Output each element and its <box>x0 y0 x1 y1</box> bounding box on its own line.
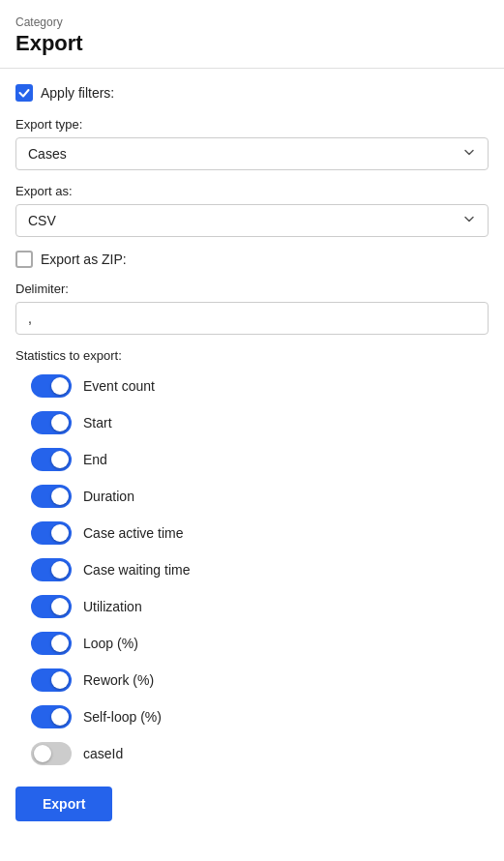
stat-name-3: Duration <box>83 489 134 504</box>
stat-rows-container: Event countStartEndDurationCase active t… <box>15 374 489 765</box>
stat-name-7: Loop (%) <box>83 636 138 651</box>
export-as-group: Export as: CSV XLSX JSON <box>15 184 489 237</box>
delimiter-group: Delimiter: <box>15 282 489 335</box>
stat-row: Self-loop (%) <box>15 705 489 728</box>
stat-toggle-7[interactable] <box>31 632 72 655</box>
export-as-label: Export as: <box>15 184 489 198</box>
stat-name-4: Case active time <box>83 525 183 541</box>
export-zip-label: Export as ZIP: <box>41 252 127 267</box>
stat-toggle-8[interactable] <box>31 668 72 692</box>
export-type-select[interactable]: Cases Events Activities <box>15 137 489 170</box>
export-as-wrapper: CSV XLSX JSON <box>15 204 489 237</box>
stat-row: Loop (%) <box>15 632 489 655</box>
delimiter-label: Delimiter: <box>15 282 489 296</box>
stat-row: Case active time <box>15 521 489 545</box>
stat-row: Start <box>15 411 489 434</box>
stat-name-5: Case waiting time <box>83 562 191 578</box>
stat-name-1: Start <box>83 415 112 430</box>
header-divider <box>0 68 504 69</box>
stat-row: End <box>15 448 489 471</box>
stat-toggle-9[interactable] <box>31 705 72 728</box>
category-label: Category <box>15 15 489 29</box>
stat-toggle-6[interactable] <box>31 595 72 618</box>
stat-toggle-5[interactable] <box>31 558 72 581</box>
export-type-label: Export type: <box>15 117 489 132</box>
export-as-select[interactable]: CSV XLSX JSON <box>15 204 489 237</box>
stat-name-10: caseId <box>83 746 123 761</box>
page-title: Export <box>15 31 489 56</box>
stat-toggle-4[interactable] <box>31 521 72 545</box>
export-zip-row: Export as ZIP: <box>15 251 489 268</box>
export-zip-checkbox[interactable] <box>15 251 33 268</box>
stat-toggle-3[interactable] <box>31 485 72 508</box>
statistics-section-label: Statistics to export: <box>15 348 489 363</box>
export-type-wrapper: Cases Events Activities <box>15 137 489 170</box>
export-button[interactable]: Export <box>15 787 112 821</box>
export-type-group: Export type: Cases Events Activities <box>15 117 489 170</box>
stat-row: Duration <box>15 485 489 508</box>
stat-name-9: Self-loop (%) <box>83 709 162 725</box>
stat-row: Case waiting time <box>15 558 489 581</box>
stat-toggle-2[interactable] <box>31 448 72 471</box>
apply-filters-row: Apply filters: <box>15 84 489 102</box>
stat-name-0: Event count <box>83 378 155 394</box>
apply-filters-label: Apply filters: <box>41 85 114 101</box>
stat-toggle-10[interactable] <box>31 742 72 765</box>
stat-toggle-0[interactable] <box>31 374 72 398</box>
apply-filters-checkbox[interactable] <box>15 84 33 102</box>
stat-name-2: End <box>83 452 107 467</box>
stat-row: Rework (%) <box>15 668 489 692</box>
stat-toggle-1[interactable] <box>31 411 72 434</box>
stat-row: Utilization <box>15 595 489 618</box>
delimiter-input[interactable] <box>15 302 489 335</box>
stat-row: caseId <box>15 742 489 765</box>
stat-name-6: Utilization <box>83 599 142 614</box>
stat-name-8: Rework (%) <box>83 672 154 688</box>
stat-row: Event count <box>15 374 489 398</box>
statistics-section: Statistics to export: Event countStartEn… <box>15 348 489 765</box>
